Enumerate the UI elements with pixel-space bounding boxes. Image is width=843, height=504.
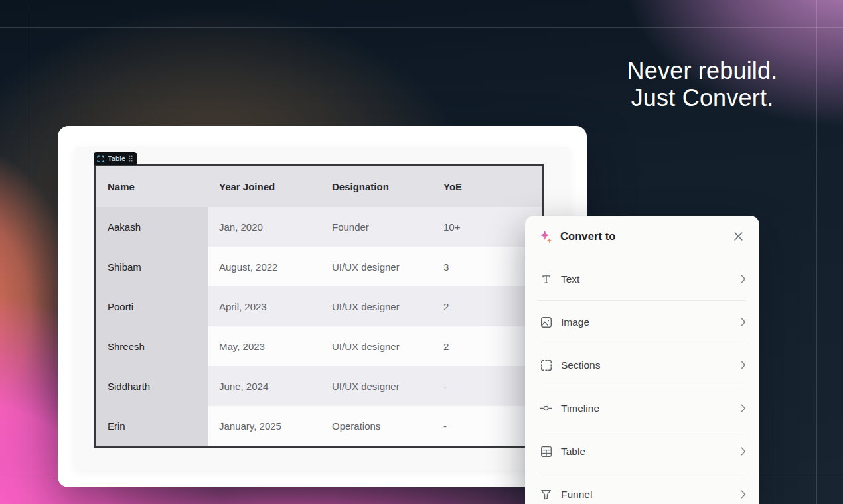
- menu-item-label: Sections: [561, 359, 600, 371]
- menu-item-timeline[interactable]: Timeline: [525, 387, 759, 430]
- table-cell: Shibam: [96, 247, 208, 286]
- table-cell: April, 2023: [208, 286, 321, 326]
- grid-line-horizontal-top: [0, 27, 843, 28]
- menu-item-text[interactable]: Text: [525, 257, 759, 300]
- table-cell: UI/UX designer: [321, 247, 432, 286]
- column-header: Designation: [321, 166, 432, 207]
- data-table[interactable]: NameYear JoinedDesignationYoEAakashJan, …: [94, 164, 544, 448]
- table-cell: Shreesh: [96, 326, 208, 366]
- chevron-right-icon: [741, 404, 746, 412]
- menu-item-label: Timeline: [561, 403, 599, 414]
- table-row: SiddharthJune, 2024UI/UX designer-: [96, 366, 542, 406]
- hero-line-1: Never rebuild.: [617, 57, 787, 84]
- table-cell: Operations: [321, 406, 432, 446]
- table-cell: Poorti: [96, 286, 208, 326]
- menu-item-image[interactable]: Image: [525, 300, 759, 344]
- menu-item-sections[interactable]: Sections: [525, 344, 759, 387]
- drag-handle-icon[interactable]: [129, 155, 133, 162]
- table-cell: June, 2024: [208, 366, 321, 406]
- menu-item-label: Funnel: [561, 489, 592, 501]
- table-cell: Founder: [321, 207, 432, 247]
- chevron-right-icon: [741, 361, 746, 369]
- table-block-tag-label: Table: [108, 155, 125, 162]
- convert-to-menu: Text Image Sections Timeline Table Funne…: [525, 257, 759, 504]
- table-cell: UI/UX designer: [321, 286, 432, 326]
- chevron-right-icon: [741, 275, 746, 283]
- slide-card: Table NameYear JoinedDesignationYoEAakas…: [58, 126, 587, 487]
- table-cell: Siddharth: [96, 366, 208, 406]
- chevron-right-icon: [741, 318, 746, 326]
- menu-item-label: Table: [561, 446, 585, 458]
- column-header: YoE: [432, 166, 542, 207]
- menu-item-label: Image: [561, 316, 589, 328]
- convert-to-header: Convert to: [525, 216, 759, 257]
- table-cell: UI/UX designer: [321, 366, 432, 406]
- table-cell: UI/UX designer: [321, 326, 432, 366]
- table-row: ShibamAugust, 2022UI/UX designer3: [96, 247, 542, 286]
- column-header: Year Joined: [208, 166, 321, 207]
- table-row: ShreeshMay, 2023UI/UX designer2: [96, 326, 542, 366]
- table-cell: Erin: [96, 406, 208, 446]
- image-icon: [540, 316, 552, 328]
- ai-sparkle-icon: [539, 229, 553, 243]
- table-header-row: NameYear JoinedDesignationYoE: [96, 166, 542, 207]
- table-cell: January, 2025: [208, 406, 321, 446]
- table-row: AakashJan, 2020Founder10+: [96, 207, 542, 247]
- menu-item-label: Text: [561, 273, 579, 285]
- table-icon: [540, 446, 552, 458]
- table-row: ErinJanuary, 2025Operations-: [96, 406, 542, 446]
- convert-to-popover: Convert to Text Image Sections Timeline …: [525, 216, 759, 504]
- close-icon[interactable]: [731, 229, 746, 244]
- hero-line-2: Just Convert.: [617, 84, 787, 111]
- menu-item-table[interactable]: Table: [525, 430, 759, 473]
- table-cell: May, 2023: [208, 326, 321, 366]
- table-cell: Aakash: [96, 207, 208, 247]
- menu-item-funnel[interactable]: Funnel: [525, 473, 759, 504]
- table-row: PoortiApril, 2023UI/UX designer2: [96, 286, 542, 326]
- table-block-tag[interactable]: Table: [94, 152, 137, 165]
- text-icon: [540, 274, 552, 284]
- timeline-icon: [540, 405, 552, 412]
- table-cell: Jan, 2020: [208, 207, 321, 247]
- convert-to-title: Convert to: [560, 230, 616, 243]
- chevron-right-icon: [741, 447, 746, 456]
- funnel-icon: [540, 489, 552, 500]
- chevron-right-icon: [741, 490, 746, 499]
- grid-line-vertical-left: [27, 0, 27, 504]
- hero-tagline: Never rebuild. Just Convert.: [617, 57, 787, 111]
- selection-brackets-icon: [97, 155, 104, 162]
- column-header: Name: [96, 166, 208, 207]
- sections-icon: [540, 359, 552, 371]
- grid-line-vertical-right: [816, 0, 817, 504]
- table-cell: August, 2022: [208, 247, 321, 286]
